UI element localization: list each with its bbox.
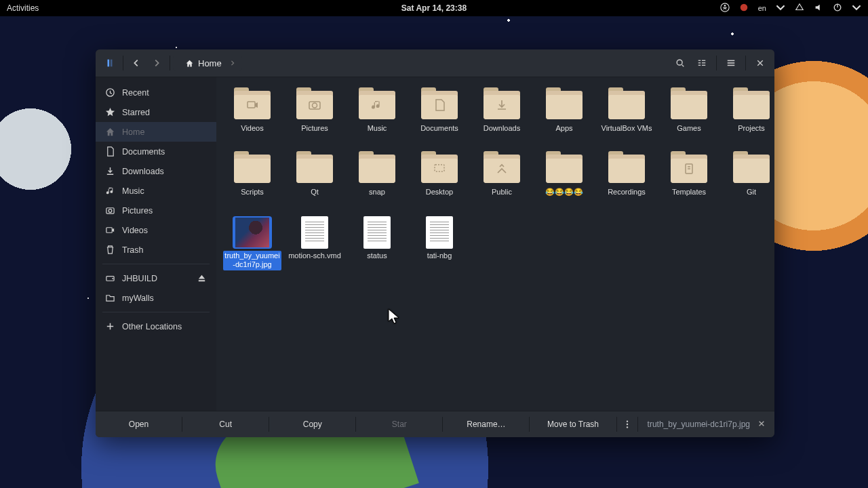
item-label: tati-nbg xyxy=(426,251,454,262)
path-bar[interactable]: Home xyxy=(173,56,242,71)
folder-item[interactable]: Pictures xyxy=(284,87,345,137)
home-icon xyxy=(185,59,194,68)
action-more[interactable] xyxy=(617,414,637,434)
folder-item[interactable]: Apps xyxy=(534,87,595,137)
selection-close[interactable] xyxy=(758,420,765,429)
svg-point-7 xyxy=(677,60,682,65)
download-icon xyxy=(105,166,115,176)
folder-item[interactable]: Desktop xyxy=(409,150,470,201)
power-icon[interactable] xyxy=(833,3,842,14)
sidebar-videos[interactable]: Videos xyxy=(96,220,216,240)
folder-item[interactable]: Games xyxy=(658,87,719,137)
panel-clock[interactable]: Sat Apr 14, 23:38 xyxy=(401,3,467,13)
forward-button[interactable] xyxy=(146,53,167,73)
item-label: Git xyxy=(745,187,757,198)
action-trash[interactable]: Move to Trash xyxy=(530,413,616,436)
breadcrumb-home[interactable]: Home xyxy=(180,56,227,71)
accessibility-icon[interactable] xyxy=(720,3,730,14)
network-icon[interactable] xyxy=(795,3,804,14)
folder-item[interactable]: Music xyxy=(347,87,408,137)
item-label: Documents xyxy=(419,123,460,134)
folder-item[interactable]: Templates xyxy=(658,150,719,201)
folder-item[interactable]: Downloads xyxy=(471,87,532,137)
sidebar-other-locations[interactable]: Other Locations xyxy=(96,317,216,336)
sidebar-music[interactable]: Music xyxy=(96,181,216,201)
doc-icon xyxy=(421,91,458,119)
music-icon xyxy=(105,186,115,196)
action-copy[interactable]: Copy xyxy=(269,413,355,436)
template-icon xyxy=(671,155,707,183)
folder-item[interactable]: Scripts xyxy=(222,150,283,201)
new-tab-button[interactable] xyxy=(100,53,120,73)
file-item[interactable]: truth_by_yuumei-dc1ri7p.jpg xyxy=(222,214,283,274)
sidebar-label: myWalls xyxy=(122,293,154,303)
content-area[interactable]: Videos Pictures Music Documents Download… xyxy=(216,77,774,411)
file-item[interactable]: tati-nbg xyxy=(409,214,470,274)
folder-item[interactable]: 😂😂😂😂 xyxy=(534,150,595,201)
doc-icon xyxy=(105,146,115,157)
action-cut[interactable]: Cut xyxy=(182,413,269,436)
sidebar-jhbuild[interactable]: JHBUILD xyxy=(96,268,216,288)
svg-rect-23 xyxy=(248,102,255,108)
sidebar: Recent Starred Home Documents Downloads … xyxy=(96,77,216,411)
action-star[interactable]: Star xyxy=(356,413,442,436)
public-icon xyxy=(484,155,520,183)
sidebar-label: Pictures xyxy=(122,206,153,216)
drive-icon xyxy=(105,273,115,283)
folder-item[interactable]: Videos xyxy=(222,87,283,137)
sidebar-recent[interactable]: Recent xyxy=(96,83,216,102)
back-button[interactable] xyxy=(126,53,146,73)
folder-item[interactable]: VirtualBox VMs xyxy=(596,87,657,137)
svg-point-19 xyxy=(108,209,112,213)
item-label: Music xyxy=(366,123,389,134)
item-label: Downloads xyxy=(482,123,521,134)
sidebar-mywalls[interactable]: myWalls xyxy=(96,288,216,308)
view-toggle-button[interactable] xyxy=(692,53,712,73)
sidebar-label: JHBUILD xyxy=(122,274,157,283)
file-item[interactable]: motion-sch.vmd xyxy=(284,214,345,274)
item-label: motion-sch.vmd xyxy=(287,251,342,262)
language-chevron-icon xyxy=(776,3,785,14)
hamburger-menu-button[interactable] xyxy=(721,53,741,73)
file-item[interactable]: status xyxy=(347,214,408,274)
folder-item[interactable]: Qt xyxy=(284,150,345,201)
folder-item[interactable]: snap xyxy=(347,150,408,201)
eject-icon[interactable] xyxy=(197,273,207,283)
sidebar-label: Other Locations xyxy=(122,322,182,331)
folder-item[interactable]: Git xyxy=(721,150,774,201)
folder-item[interactable]: Recordings xyxy=(596,150,657,201)
item-label: snap xyxy=(368,187,387,198)
svg-rect-12 xyxy=(702,62,705,63)
action-rename[interactable]: Rename… xyxy=(443,413,529,436)
svg-point-22 xyxy=(112,278,113,279)
home-icon xyxy=(105,127,115,137)
action-bar: Open Cut Copy Star Rename… Move to Trash… xyxy=(96,411,774,437)
sidebar-downloads[interactable]: Downloads xyxy=(96,161,216,181)
item-label: Scripts xyxy=(239,187,265,198)
folder-item[interactable]: Documents xyxy=(409,87,470,137)
activities-button[interactable]: Activities xyxy=(7,3,39,13)
sidebar-starred[interactable]: Starred xyxy=(96,102,216,122)
action-open[interactable]: Open xyxy=(96,413,182,436)
language-indicator[interactable]: en xyxy=(758,4,766,12)
svg-point-28 xyxy=(626,420,627,422)
volume-icon[interactable] xyxy=(814,3,823,14)
sidebar-trash[interactable]: Trash xyxy=(96,240,216,260)
mouse-cursor xyxy=(388,308,400,327)
notifications-icon[interactable] xyxy=(739,3,749,14)
item-label: Apps xyxy=(554,123,574,134)
item-label: Qt xyxy=(309,187,320,198)
folder-item[interactable]: Public xyxy=(471,150,532,201)
sidebar-home[interactable]: Home xyxy=(96,122,216,142)
svg-rect-13 xyxy=(702,65,705,66)
search-button[interactable] xyxy=(670,53,690,73)
close-button[interactable] xyxy=(750,53,770,73)
sidebar-documents[interactable]: Documents xyxy=(96,142,216,161)
item-label: Recordings xyxy=(606,187,647,198)
file-manager-window: Home Recent Starred Home Documents Downl… xyxy=(96,49,774,437)
svg-point-29 xyxy=(626,424,627,425)
sidebar-label: Recent xyxy=(122,88,149,98)
sidebar-label: Videos xyxy=(122,226,148,235)
sidebar-pictures[interactable]: Pictures xyxy=(96,201,216,220)
folder-item[interactable]: Projects xyxy=(721,87,774,137)
